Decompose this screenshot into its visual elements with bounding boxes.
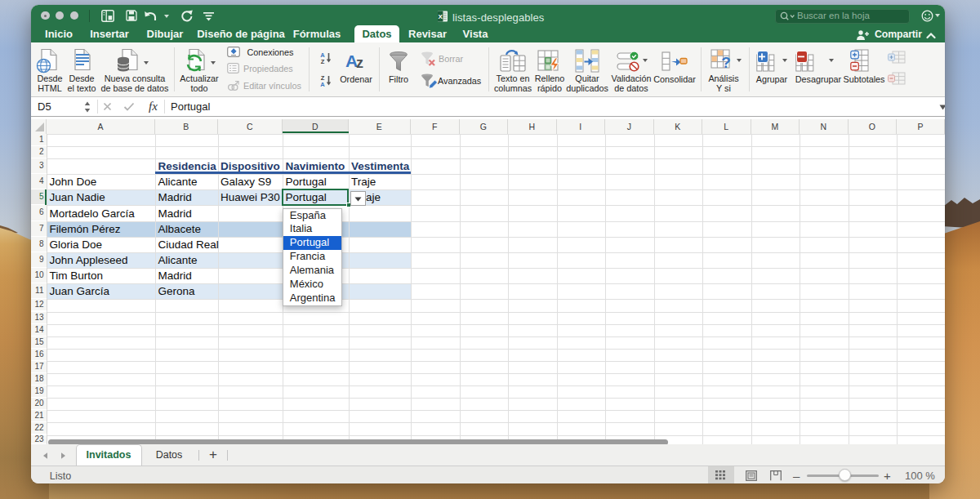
- svg-text:A: A: [320, 81, 325, 87]
- svg-text:Z: Z: [321, 58, 325, 65]
- svg-text:X: X: [439, 13, 443, 20]
- svg-text:?: ?: [721, 54, 731, 71]
